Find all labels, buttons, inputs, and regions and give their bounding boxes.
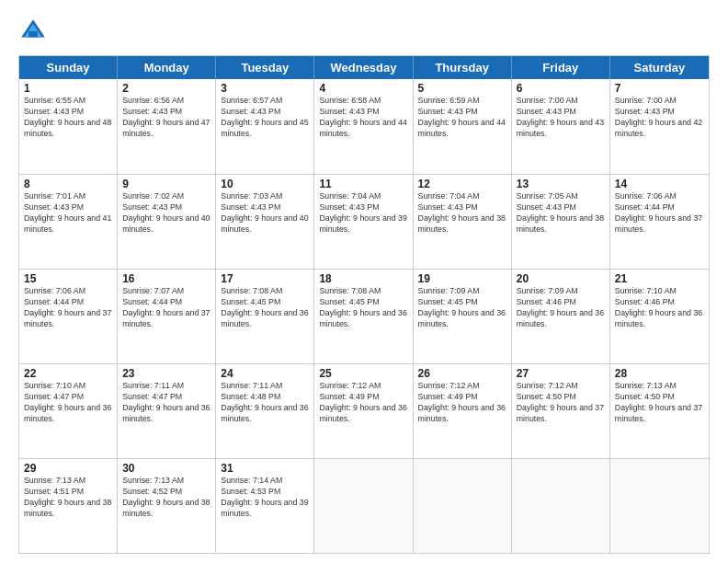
logo [18, 17, 51, 46]
day-number: 27 [517, 367, 605, 380]
cell-info: Sunrise: 7:13 AM Sunset: 4:50 PM Dayligh… [615, 381, 704, 425]
day-number: 11 [319, 178, 407, 190]
calendar-cell-31: 31 Sunrise: 7:14 AM Sunset: 4:53 PM Dayl… [216, 459, 314, 553]
cell-info: Sunrise: 6:58 AM Sunset: 4:43 PM Dayligh… [319, 96, 407, 140]
calendar-cell-empty [414, 459, 512, 553]
day-number: 16 [122, 272, 210, 285]
day-number: 5 [418, 82, 506, 95]
cell-info: Sunrise: 7:09 AM Sunset: 4:46 PM Dayligh… [517, 286, 605, 330]
calendar-cell-22: 22 Sunrise: 7:10 AM Sunset: 4:47 PM Dayl… [19, 364, 118, 458]
calendar-cell-empty [512, 459, 610, 553]
day-number: 13 [517, 178, 605, 190]
day-header-wednesday: Wednesday [314, 56, 413, 79]
calendar-row-1: 1 Sunrise: 6:55 AM Sunset: 4:43 PM Dayli… [19, 79, 709, 174]
day-number: 25 [319, 367, 407, 380]
cell-info: Sunrise: 7:13 AM Sunset: 4:52 PM Dayligh… [122, 476, 210, 520]
calendar-cell-15: 15 Sunrise: 7:06 AM Sunset: 4:44 PM Dayl… [19, 270, 118, 363]
day-number: 28 [615, 367, 704, 380]
cell-info: Sunrise: 7:12 AM Sunset: 4:49 PM Dayligh… [319, 381, 407, 425]
calendar-cell-7: 7 Sunrise: 7:00 AM Sunset: 4:43 PM Dayli… [610, 79, 709, 174]
cell-info: Sunrise: 7:07 AM Sunset: 4:44 PM Dayligh… [122, 286, 210, 330]
svg-rect-2 [28, 31, 38, 37]
day-number: 19 [418, 272, 506, 285]
calendar-cell-16: 16 Sunrise: 7:07 AM Sunset: 4:44 PM Dayl… [118, 270, 216, 363]
day-number: 8 [24, 178, 112, 190]
day-number: 9 [122, 178, 210, 190]
logo-icon [18, 17, 48, 46]
cell-info: Sunrise: 6:57 AM Sunset: 4:43 PM Dayligh… [221, 96, 309, 140]
calendar-cell-5: 5 Sunrise: 6:59 AM Sunset: 4:43 PM Dayli… [414, 79, 512, 174]
calendar-cell-30: 30 Sunrise: 7:13 AM Sunset: 4:52 PM Dayl… [118, 459, 216, 553]
day-header-sunday: Sunday [19, 56, 118, 79]
day-number: 12 [418, 178, 506, 190]
day-number: 29 [24, 462, 112, 475]
calendar-cell-26: 26 Sunrise: 7:12 AM Sunset: 4:49 PM Dayl… [414, 364, 512, 458]
cell-info: Sunrise: 7:14 AM Sunset: 4:53 PM Dayligh… [221, 476, 309, 520]
day-header-tuesday: Tuesday [216, 56, 314, 79]
calendar-cell-12: 12 Sunrise: 7:04 AM Sunset: 4:43 PM Dayl… [414, 175, 512, 269]
calendar-cell-21: 21 Sunrise: 7:10 AM Sunset: 4:46 PM Dayl… [610, 270, 709, 363]
cell-info: Sunrise: 7:11 AM Sunset: 4:48 PM Dayligh… [221, 381, 309, 425]
day-number: 7 [615, 82, 704, 95]
calendar-cell-empty [610, 459, 709, 553]
calendar-cell-13: 13 Sunrise: 7:05 AM Sunset: 4:43 PM Dayl… [512, 175, 610, 269]
calendar-cell-29: 29 Sunrise: 7:13 AM Sunset: 4:51 PM Dayl… [19, 459, 118, 553]
cell-info: Sunrise: 7:09 AM Sunset: 4:45 PM Dayligh… [418, 286, 506, 330]
calendar-cell-6: 6 Sunrise: 7:00 AM Sunset: 4:43 PM Dayli… [512, 79, 610, 174]
calendar-cell-8: 8 Sunrise: 7:01 AM Sunset: 4:43 PM Dayli… [19, 175, 118, 269]
day-number: 4 [319, 82, 407, 95]
calendar-cell-27: 27 Sunrise: 7:12 AM Sunset: 4:50 PM Dayl… [512, 364, 610, 458]
calendar: SundayMondayTuesdayWednesdayThursdayFrid… [18, 55, 710, 554]
calendar-cell-25: 25 Sunrise: 7:12 AM Sunset: 4:49 PM Dayl… [314, 364, 413, 458]
day-number: 21 [615, 272, 704, 285]
cell-info: Sunrise: 7:08 AM Sunset: 4:45 PM Dayligh… [221, 286, 309, 330]
calendar-cell-11: 11 Sunrise: 7:04 AM Sunset: 4:43 PM Dayl… [314, 175, 413, 269]
calendar-header: SundayMondayTuesdayWednesdayThursdayFrid… [19, 56, 709, 79]
day-header-friday: Friday [512, 56, 610, 79]
cell-info: Sunrise: 7:12 AM Sunset: 4:50 PM Dayligh… [517, 381, 605, 425]
calendar-cell-empty [314, 459, 413, 553]
day-number: 3 [221, 82, 309, 95]
cell-info: Sunrise: 7:05 AM Sunset: 4:43 PM Dayligh… [517, 191, 605, 236]
day-number: 22 [24, 367, 112, 380]
day-number: 15 [24, 272, 112, 285]
day-number: 17 [221, 272, 309, 285]
cell-info: Sunrise: 6:56 AM Sunset: 4:43 PM Dayligh… [122, 96, 210, 140]
calendar-cell-24: 24 Sunrise: 7:11 AM Sunset: 4:48 PM Dayl… [216, 364, 314, 458]
day-number: 20 [517, 272, 605, 285]
cell-info: Sunrise: 7:06 AM Sunset: 4:44 PM Dayligh… [24, 286, 112, 330]
calendar-cell-20: 20 Sunrise: 7:09 AM Sunset: 4:46 PM Dayl… [512, 270, 610, 363]
calendar-row-2: 8 Sunrise: 7:01 AM Sunset: 4:43 PM Dayli… [19, 174, 709, 269]
day-number: 1 [24, 82, 112, 95]
cell-info: Sunrise: 7:00 AM Sunset: 4:43 PM Dayligh… [517, 96, 605, 140]
cell-info: Sunrise: 7:10 AM Sunset: 4:47 PM Dayligh… [24, 381, 112, 425]
cell-info: Sunrise: 7:04 AM Sunset: 4:43 PM Dayligh… [418, 191, 506, 236]
day-header-thursday: Thursday [414, 56, 512, 79]
cell-info: Sunrise: 7:11 AM Sunset: 4:47 PM Dayligh… [122, 381, 210, 425]
calendar-cell-3: 3 Sunrise: 6:57 AM Sunset: 4:43 PM Dayli… [216, 79, 314, 174]
day-header-saturday: Saturday [610, 56, 709, 79]
calendar-cell-2: 2 Sunrise: 6:56 AM Sunset: 4:43 PM Dayli… [118, 79, 216, 174]
day-header-monday: Monday [118, 56, 216, 79]
cell-info: Sunrise: 7:00 AM Sunset: 4:43 PM Dayligh… [615, 96, 704, 140]
cell-info: Sunrise: 7:12 AM Sunset: 4:49 PM Dayligh… [418, 381, 506, 425]
cell-info: Sunrise: 7:08 AM Sunset: 4:45 PM Dayligh… [319, 286, 407, 330]
day-number: 24 [221, 367, 309, 380]
calendar-cell-23: 23 Sunrise: 7:11 AM Sunset: 4:47 PM Dayl… [118, 364, 216, 458]
day-number: 26 [418, 367, 506, 380]
calendar-cell-19: 19 Sunrise: 7:09 AM Sunset: 4:45 PM Dayl… [414, 270, 512, 363]
cell-info: Sunrise: 7:10 AM Sunset: 4:46 PM Dayligh… [615, 286, 704, 330]
calendar-cell-17: 17 Sunrise: 7:08 AM Sunset: 4:45 PM Dayl… [216, 270, 314, 363]
page: SundayMondayTuesdayWednesdayThursdayFrid… [0, 0, 728, 563]
calendar-row-3: 15 Sunrise: 7:06 AM Sunset: 4:44 PM Dayl… [19, 269, 709, 363]
calendar-cell-9: 9 Sunrise: 7:02 AM Sunset: 4:43 PM Dayli… [118, 175, 216, 269]
calendar-row-5: 29 Sunrise: 7:13 AM Sunset: 4:51 PM Dayl… [19, 458, 709, 553]
cell-info: Sunrise: 7:06 AM Sunset: 4:44 PM Dayligh… [615, 191, 704, 236]
calendar-cell-28: 28 Sunrise: 7:13 AM Sunset: 4:50 PM Dayl… [610, 364, 709, 458]
calendar-cell-1: 1 Sunrise: 6:55 AM Sunset: 4:43 PM Dayli… [19, 79, 118, 174]
day-number: 10 [221, 178, 309, 190]
cell-info: Sunrise: 6:59 AM Sunset: 4:43 PM Dayligh… [418, 96, 506, 140]
calendar-cell-14: 14 Sunrise: 7:06 AM Sunset: 4:44 PM Dayl… [610, 175, 709, 269]
day-number: 2 [122, 82, 210, 95]
calendar-cell-10: 10 Sunrise: 7:03 AM Sunset: 4:43 PM Dayl… [216, 175, 314, 269]
